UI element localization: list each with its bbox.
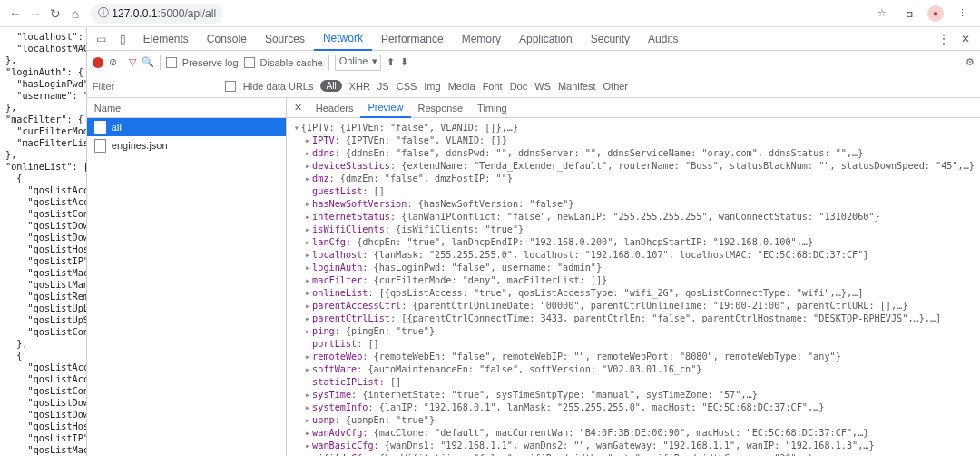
home-button[interactable]: ⌂ xyxy=(65,4,85,24)
json-preview: : {isWifiClients: "true"} xyxy=(385,223,524,236)
inspect-element-icon[interactable]: ▭ xyxy=(91,33,113,45)
settings-gear-icon[interactable]: ⚙ xyxy=(965,56,975,68)
expand-toggle-icon[interactable]: ▸ xyxy=(303,351,312,363)
filter-type-ws[interactable]: WS xyxy=(534,81,551,92)
json-preview: : {hasNewSoftVersion: "false"} xyxy=(407,198,573,211)
filter-type-manifest[interactable]: Manifest xyxy=(558,81,596,92)
filter-type-all[interactable]: All xyxy=(320,80,341,92)
devtools-tab-sources[interactable]: Sources xyxy=(256,27,314,51)
json-key: macFilter xyxy=(312,274,362,287)
download-throttle-icon[interactable]: ⬇ xyxy=(400,56,408,68)
throttling-select[interactable]: Online ▾ xyxy=(335,55,382,71)
expand-toggle-icon[interactable]: ▸ xyxy=(303,223,312,236)
expand-toggle-icon[interactable]: ▸ xyxy=(303,401,312,414)
device-toolbar-icon[interactable]: ▯ xyxy=(113,33,134,45)
json-key: wifiAdvCfg xyxy=(312,452,368,456)
expand-toggle-icon[interactable]: ▸ xyxy=(303,300,312,312)
json-key: guestList xyxy=(312,185,362,198)
json-preview: : {extendName: "Tenda_Extender_default",… xyxy=(390,160,975,173)
expand-toggle-icon[interactable] xyxy=(303,185,312,198)
json-preview: : [{qosListAccess: "true", qosListAccess… xyxy=(368,287,863,300)
filter-type-font[interactable]: Font xyxy=(483,81,503,92)
expand-toggle-icon[interactable]: ▸ xyxy=(303,147,312,160)
expand-toggle-icon[interactable]: ▸ xyxy=(303,287,312,300)
expand-toggle-icon[interactable]: ▸ xyxy=(303,452,312,456)
json-key: ping xyxy=(312,325,335,338)
json-key: IPTV xyxy=(312,134,335,147)
expand-toggle-icon[interactable]: ▸ xyxy=(303,198,312,211)
extension-icon[interactable]: ◘ xyxy=(900,8,918,19)
detail-tab-timing[interactable]: Timing xyxy=(470,98,514,118)
devtools-close-icon[interactable]: ✕ xyxy=(955,33,976,45)
expand-toggle-icon[interactable]: ▸ xyxy=(303,414,312,427)
devtools-tab-network[interactable]: Network xyxy=(314,27,372,51)
record-button[interactable] xyxy=(93,57,103,68)
devtools-tab-application[interactable]: Application xyxy=(510,27,582,51)
devtools-tab-console[interactable]: Console xyxy=(198,27,256,51)
request-item[interactable]: engines.json xyxy=(87,136,286,154)
json-preview: : [] xyxy=(357,338,379,351)
json-preview: : {hasWifiAntijam: "false", wifiBandwidt… xyxy=(368,452,813,456)
hide-data-urls-checkbox[interactable] xyxy=(225,81,236,92)
expand-toggle-icon[interactable]: ▸ xyxy=(303,427,312,440)
filter-type-img[interactable]: Img xyxy=(424,81,440,92)
expand-toggle-icon[interactable] xyxy=(303,338,312,351)
expand-toggle-icon[interactable]: ▸ xyxy=(303,363,312,376)
expand-toggle-icon[interactable]: ▸ xyxy=(303,312,312,325)
json-key: staticIPList xyxy=(312,376,379,389)
devtools-tab-performance[interactable]: Performance xyxy=(372,27,453,51)
expand-toggle-icon[interactable]: ▸ xyxy=(303,134,312,147)
devtools-tab-security[interactable]: Security xyxy=(582,27,639,51)
address-bar[interactable]: ⓘ 127.0.0.1:5000/api/all xyxy=(91,4,223,24)
network-filter-input[interactable] xyxy=(93,77,218,95)
request-name: engines.json xyxy=(112,140,168,151)
expand-toggle-icon[interactable]: ▸ xyxy=(303,389,312,401)
upload-throttle-icon[interactable]: ⬆ xyxy=(387,56,395,68)
preserve-log-checkbox[interactable] xyxy=(166,57,177,68)
filter-type-css[interactable]: CSS xyxy=(397,81,417,92)
json-key: remoteWeb xyxy=(312,351,362,363)
json-key: deviceStastics xyxy=(312,160,390,173)
clear-button[interactable]: ⊘ xyxy=(109,56,117,68)
profile-avatar[interactable]: ● xyxy=(927,5,944,22)
search-icon[interactable]: 🔍 xyxy=(142,56,154,68)
filter-type-js[interactable]: JS xyxy=(377,81,389,92)
expand-toggle-icon[interactable]: ▸ xyxy=(303,173,312,185)
close-detail-icon[interactable]: ✕ xyxy=(290,102,307,114)
detail-tab-preview[interactable]: Preview xyxy=(360,98,410,118)
expand-toggle-icon[interactable]: ▸ xyxy=(303,325,312,338)
filter-toggle-icon[interactable]: ▽ xyxy=(129,56,136,68)
json-preview: : {lanMask: "255.255.255.0", localhost: … xyxy=(362,249,868,262)
json-preview: : {hasLoginPwd: "false", username: "admi… xyxy=(362,262,602,274)
disable-cache-checkbox[interactable] xyxy=(244,57,255,68)
expand-toggle-icon[interactable]: ▸ xyxy=(303,249,312,262)
expand-toggle-icon[interactable] xyxy=(303,376,312,389)
bookmark-star-icon[interactable]: ☆ xyxy=(873,7,891,19)
filter-type-media[interactable]: Media xyxy=(448,81,475,92)
expand-toggle-icon[interactable]: ▸ xyxy=(303,211,312,223)
back-button[interactable]: ← xyxy=(5,4,25,24)
expand-toggle-icon[interactable]: ▸ xyxy=(303,440,312,452)
json-preview: : [{parentCtrlConnectTime: 3433, parentC… xyxy=(390,312,941,325)
url-port: :5000 xyxy=(157,7,184,20)
forward-button[interactable]: → xyxy=(25,4,45,24)
reload-button[interactable]: ↻ xyxy=(45,4,65,24)
expand-toggle-icon[interactable]: ▸ xyxy=(303,274,312,287)
detail-tab-headers[interactable]: Headers xyxy=(309,98,361,118)
devtools-menu-icon[interactable]: ⋮ xyxy=(933,33,955,45)
chrome-menu-icon[interactable]: ⋮ xyxy=(953,7,971,19)
detail-tab-response[interactable]: Response xyxy=(411,98,471,118)
file-icon xyxy=(94,139,106,153)
devtools-tab-audits[interactable]: Audits xyxy=(639,27,687,51)
json-key: isWifiClients xyxy=(312,223,385,236)
expand-toggle-icon[interactable]: ▸ xyxy=(303,160,312,173)
expand-toggle-icon[interactable]: ▾ xyxy=(292,122,301,134)
filter-type-doc[interactable]: Doc xyxy=(510,81,528,92)
devtools-tab-elements[interactable]: Elements xyxy=(134,27,198,51)
expand-toggle-icon[interactable]: ▸ xyxy=(303,262,312,274)
devtools-tab-memory[interactable]: Memory xyxy=(453,27,510,51)
expand-toggle-icon[interactable]: ▸ xyxy=(303,236,312,249)
filter-type-xhr[interactable]: XHR xyxy=(349,81,370,92)
filter-type-other[interactable]: Other xyxy=(603,81,629,92)
request-item[interactable]: all xyxy=(87,118,286,136)
